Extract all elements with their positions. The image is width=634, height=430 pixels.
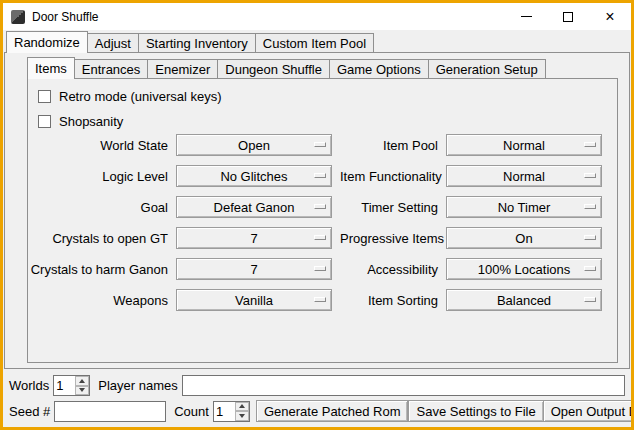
label-crystals-harm-ganon: Crystals to harm Ganon <box>30 262 168 277</box>
dropdown-value: Vanilla <box>235 293 273 308</box>
dropdown-value: No Glitches <box>220 169 287 184</box>
tab-adjust[interactable]: Adjust <box>87 33 139 52</box>
seed-row: Seed # Count Generate Patched Rom Save S… <box>9 400 625 422</box>
dropdown-goal[interactable]: Defeat Ganon <box>176 196 332 218</box>
dropdown-timer-setting[interactable]: No Timer <box>446 196 602 218</box>
label-item-pool: Item Pool <box>340 138 438 153</box>
count-spinner[interactable] <box>213 401 250 422</box>
close-icon: × <box>605 9 614 25</box>
dropdown-crystals-open-gt[interactable]: 7 <box>176 227 332 249</box>
shopsanity-label[interactable]: Shopsanity <box>59 114 123 129</box>
dropdown-value: No Timer <box>498 200 551 215</box>
save-settings-button[interactable]: Save Settings to File <box>408 400 543 422</box>
label-item-functionality: Item Functionality <box>340 169 438 184</box>
tab-custom-item-pool[interactable]: Custom Item Pool <box>255 33 374 52</box>
titlebar[interactable]: Door Shuffle × <box>3 3 631 30</box>
items-panel: Retro mode (universal keys) Shopsanity W… <box>27 78 618 363</box>
seed-label: Seed # <box>9 404 50 419</box>
dropdown-value: Balanced <box>497 293 551 308</box>
dropdown-value: Open <box>238 138 270 153</box>
dropdown-value: 100% Locations <box>478 262 571 277</box>
dropdown-value: 7 <box>250 231 257 246</box>
dropdown-value: Normal <box>503 169 545 184</box>
window-title: Door Shuffle <box>32 10 99 24</box>
worlds-label: Worlds <box>9 378 49 393</box>
menu-indicator-icon <box>584 235 596 240</box>
tab-entrances[interactable]: Entrances <box>74 59 149 78</box>
dropdown-value: Defeat Ganon <box>214 200 295 215</box>
dropdown-weapons[interactable]: Vanilla <box>176 289 332 311</box>
seed-input[interactable] <box>54 401 166 422</box>
tab-dungeon-shuffle[interactable]: Dungeon Shuffle <box>217 59 330 78</box>
label-logic-level: Logic Level <box>30 169 168 184</box>
menu-indicator-icon <box>314 204 326 209</box>
player-names-label: Player names <box>98 378 177 393</box>
label-weapons: Weapons <box>30 293 168 308</box>
label-accessibility: Accessibility <box>340 262 438 277</box>
spin-down-icon[interactable] <box>235 411 249 421</box>
spin-down-icon[interactable] <box>75 386 89 396</box>
checkbox-icon[interactable] <box>38 115 51 128</box>
retro-mode-checkbox[interactable]: Retro mode (universal keys) <box>38 88 222 104</box>
primary-tab-bar: Randomize Adjust Starting Inventory Cust… <box>6 31 374 53</box>
menu-indicator-icon <box>314 235 326 240</box>
tab-generation-setup[interactable]: Generation Setup <box>428 59 546 78</box>
menu-indicator-icon <box>314 142 326 147</box>
menu-indicator-icon <box>584 297 596 302</box>
menu-indicator-icon <box>314 297 326 302</box>
menu-indicator-icon <box>584 173 596 178</box>
menu-indicator-icon <box>584 142 596 147</box>
worlds-spinner[interactable] <box>53 375 90 396</box>
label-timer-setting: Timer Setting <box>340 200 438 215</box>
close-button[interactable]: × <box>589 3 631 30</box>
minimize-button[interactable] <box>505 3 547 30</box>
open-output-directory-button[interactable]: Open Output Directory <box>543 400 634 422</box>
tab-enemizer[interactable]: Enemizer <box>147 59 218 78</box>
generate-patched-rom-button[interactable]: Generate Patched Rom <box>256 400 409 422</box>
spin-up-icon[interactable] <box>235 402 249 412</box>
app-icon <box>11 10 25 24</box>
worlds-row: Worlds Player names <box>9 375 625 396</box>
minimize-icon <box>521 16 532 17</box>
window-controls: × <box>505 3 631 30</box>
secondary-tab-bar: Items Entrances Enemizer Dungeon Shuffle… <box>27 57 546 79</box>
maximize-icon <box>563 12 573 22</box>
label-world-state: World State <box>30 138 168 153</box>
options-grid: World State Open Item Pool Normal Logic … <box>30 134 602 311</box>
app-window: Door Shuffle × Randomize Adjust Starting… <box>0 0 634 430</box>
dropdown-item-sorting[interactable]: Balanced <box>446 289 602 311</box>
dropdown-value: Normal <box>503 138 545 153</box>
dropdown-world-state[interactable]: Open <box>176 134 332 156</box>
spin-up-icon[interactable] <box>75 376 89 386</box>
retro-mode-label[interactable]: Retro mode (universal keys) <box>59 89 222 104</box>
dropdown-logic-level[interactable]: No Glitches <box>176 165 332 187</box>
tab-game-options[interactable]: Game Options <box>329 59 429 78</box>
spinner-arrows <box>235 402 249 421</box>
label-progressive-items: Progressive Items <box>340 231 438 246</box>
dropdown-item-functionality[interactable]: Normal <box>446 165 602 187</box>
spinner-arrows <box>75 376 89 395</box>
window-body: Door Shuffle × Randomize Adjust Starting… <box>3 3 631 427</box>
menu-indicator-icon <box>314 173 326 178</box>
checkbox-icon[interactable] <box>38 90 51 103</box>
dropdown-progressive-items[interactable]: On <box>446 227 602 249</box>
shopsanity-checkbox[interactable]: Shopsanity <box>38 113 123 129</box>
tab-randomize[interactable]: Randomize <box>6 31 88 53</box>
dropdown-accessibility[interactable]: 100% Locations <box>446 258 602 280</box>
dropdown-item-pool[interactable]: Normal <box>446 134 602 156</box>
menu-indicator-icon <box>314 266 326 271</box>
menu-indicator-icon <box>584 204 596 209</box>
count-input[interactable] <box>214 402 235 421</box>
label-crystals-open-gt: Crystals to open GT <box>30 231 168 246</box>
label-goal: Goal <box>30 200 168 215</box>
dropdown-value: 7 <box>250 262 257 277</box>
dropdown-value: On <box>515 231 532 246</box>
player-names-input[interactable] <box>182 375 625 396</box>
worlds-input[interactable] <box>54 376 75 395</box>
menu-indicator-icon <box>584 266 596 271</box>
tab-items[interactable]: Items <box>27 57 75 79</box>
count-label: Count <box>174 404 209 419</box>
dropdown-crystals-harm-ganon[interactable]: 7 <box>176 258 332 280</box>
maximize-button[interactable] <box>547 3 589 30</box>
tab-starting-inventory[interactable]: Starting Inventory <box>138 33 256 52</box>
